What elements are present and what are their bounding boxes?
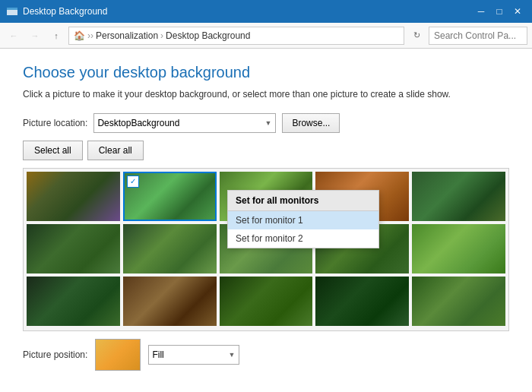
svg-rect-1 bbox=[7, 8, 17, 10]
image-item-15[interactable] bbox=[412, 277, 505, 326]
forward-button[interactable]: → bbox=[26, 27, 44, 45]
browse-button[interactable]: Browse... bbox=[282, 113, 340, 133]
refresh-button[interactable]: ↻ bbox=[407, 27, 426, 45]
window-icon bbox=[6, 5, 18, 17]
main-content: Choose your desktop background Click a p… bbox=[0, 49, 532, 392]
breadcrumb-separator-2: › bbox=[160, 30, 163, 41]
picture-location-label: Picture location: bbox=[23, 118, 87, 128]
image-item-7[interactable] bbox=[123, 224, 217, 273]
maximize-button[interactable]: □ bbox=[491, 3, 508, 20]
image-item-6[interactable] bbox=[27, 224, 120, 273]
title-bar: Desktop Background ─ □ ✕ bbox=[0, 0, 532, 23]
image-item-5[interactable] bbox=[412, 172, 505, 221]
bottom-section: Picture position: Fill Fit Stretch Tile … bbox=[23, 339, 509, 371]
image-item-2[interactable] bbox=[123, 172, 217, 221]
breadcrumb-personalization[interactable]: Personalization bbox=[96, 30, 158, 41]
minimize-button[interactable]: ─ bbox=[473, 3, 489, 20]
breadcrumb-home-icon: 🏠 bbox=[74, 30, 85, 41]
image-item-10[interactable] bbox=[412, 224, 505, 273]
close-button[interactable]: ✕ bbox=[509, 3, 526, 20]
breadcrumb: 🏠 ›› Personalization › Desktop Backgroun… bbox=[68, 27, 404, 45]
position-select[interactable]: Fill Fit Stretch Tile Center Span bbox=[148, 345, 239, 365]
window-title: Desktop Background bbox=[23, 6, 468, 17]
context-menu: Set for all monitors Set for monitor 1 S… bbox=[227, 190, 379, 248]
context-menu-header: Set for all monitors bbox=[228, 191, 378, 211]
context-menu-item-monitor2[interactable]: Set for monitor 2 bbox=[228, 229, 378, 248]
image-item-13[interactable] bbox=[220, 277, 313, 326]
picture-location-select-wrapper: DesktopBackground bbox=[93, 113, 276, 133]
image-grid-container[interactable]: Set for all monitors Set for monitor 1 S… bbox=[23, 168, 509, 331]
image-item-12[interactable] bbox=[123, 277, 217, 326]
clear-all-button[interactable]: Clear all bbox=[87, 141, 144, 160]
picture-location-row: Picture location: DesktopBackground Brow… bbox=[23, 113, 509, 133]
page-title: Choose your desktop background bbox=[23, 64, 509, 81]
picture-position-label: Picture position: bbox=[23, 349, 87, 360]
search-input[interactable] bbox=[429, 27, 527, 45]
up-button[interactable]: ↑ bbox=[47, 27, 65, 45]
breadcrumb-separator-1: ›› bbox=[87, 30, 93, 41]
position-select-wrapper: Fill Fit Stretch Tile Center Span bbox=[148, 345, 239, 365]
action-buttons: Select all Clear all bbox=[23, 141, 509, 160]
image-item-14[interactable] bbox=[315, 277, 409, 326]
image-item-11[interactable] bbox=[27, 277, 120, 326]
select-all-button[interactable]: Select all bbox=[23, 141, 83, 160]
breadcrumb-current: Desktop Background bbox=[166, 30, 250, 41]
picture-location-select[interactable]: DesktopBackground bbox=[93, 113, 276, 133]
address-bar: ← → ↑ 🏠 ›› Personalization › Desktop Bac… bbox=[0, 23, 532, 49]
image-item-1[interactable] bbox=[27, 172, 120, 221]
back-button[interactable]: ← bbox=[5, 27, 23, 45]
page-description: Click a picture to make it your desktop … bbox=[23, 87, 509, 101]
context-menu-item-monitor1[interactable]: Set for monitor 1 bbox=[228, 211, 378, 229]
position-preview bbox=[95, 339, 141, 371]
window-controls: ─ □ ✕ bbox=[473, 3, 526, 20]
